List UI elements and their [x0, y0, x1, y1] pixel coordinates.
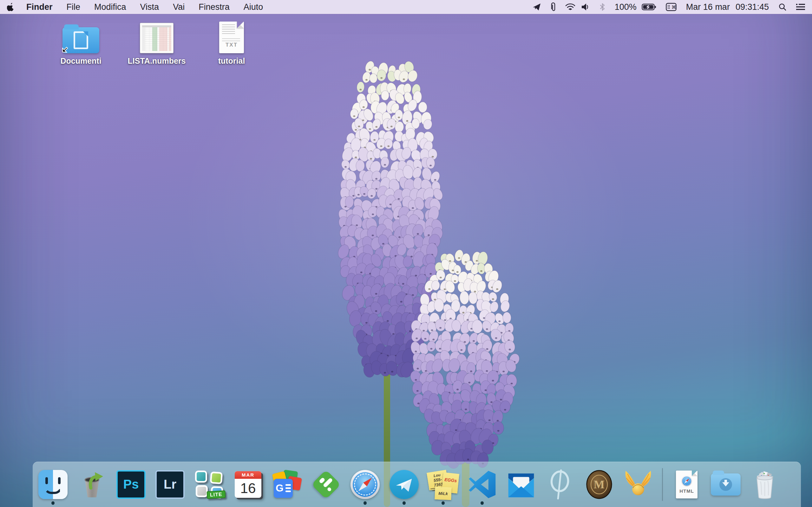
desktop-icon-label: LISTA.numbers — [128, 56, 186, 66]
menu-item-modifica[interactable]: Modifica — [94, 2, 126, 12]
apple-menu-icon[interactable] — [7, 3, 14, 11]
dock-item-phi-app[interactable] — [545, 462, 575, 507]
dock-item-uninstaller[interactable] — [77, 462, 107, 507]
golden-snitch-icon — [623, 469, 653, 499]
battery-percent: 100% — [615, 2, 637, 12]
menu-item-finestra[interactable]: Finestra — [199, 2, 230, 12]
dock-separator — [662, 468, 663, 501]
svg-text:⌘: ⌘ — [671, 4, 676, 10]
telegram-icon — [390, 470, 419, 499]
bluetooth-icon[interactable] — [600, 3, 605, 11]
dock-item-lightroom[interactable]: Lr — [155, 462, 185, 507]
running-indicator — [363, 501, 367, 505]
dock-item-stickies[interactable]: Lou555-7361 EGGs MiLk — [428, 462, 458, 507]
txt-file-icon: TXT — [219, 21, 244, 53]
menu-item-vai[interactable]: Vai — [173, 2, 185, 12]
menu-item-aiuto[interactable]: Aiuto — [244, 2, 263, 12]
dock-item-downloads[interactable] — [711, 462, 741, 507]
calendar-month: MAR — [235, 471, 261, 479]
wifi-icon[interactable] — [565, 3, 571, 11]
finder-icon — [38, 470, 67, 499]
running-indicator — [403, 501, 406, 505]
numbers-spreadsheet-icon — [140, 23, 173, 53]
dock-item-telegram[interactable] — [389, 462, 419, 507]
lite-badge: LITE — [207, 490, 226, 499]
calendar-day: 16 — [235, 479, 261, 498]
dock-item-safari[interactable] — [350, 462, 380, 507]
running-indicator — [480, 501, 484, 505]
txt-badge: TXT — [219, 42, 244, 48]
dock-item-vscode[interactable] — [467, 462, 497, 507]
google-news-icon: G — [272, 470, 302, 499]
vscode-icon — [468, 470, 496, 499]
menu-item-vista[interactable]: Vista — [140, 2, 159, 12]
dock-item-mail[interactable] — [506, 462, 537, 507]
menu-item-file[interactable]: File — [67, 2, 81, 12]
dock-item-google-news[interactable]: G — [272, 462, 302, 507]
dock-item-finder[interactable] — [38, 462, 68, 507]
calendar-icon: MAR 16 — [235, 471, 261, 498]
telegram-menu-icon[interactable] — [532, 3, 541, 11]
window-tiles-icon: LITE — [194, 470, 223, 499]
phi-monocle-icon — [548, 469, 573, 500]
photoshop-icon: Ps — [116, 470, 146, 499]
dock: Ps Lr LITE MAR 16 G — [33, 462, 801, 507]
menu-clock[interactable]: 09:31:45 — [735, 2, 769, 12]
running-indicator — [51, 501, 55, 505]
svg-text:M: M — [594, 478, 605, 491]
feedly-icon — [311, 469, 341, 499]
dock-item-photoshop[interactable]: Ps — [116, 462, 146, 507]
ministry-of-magic-seal-icon: M — [586, 469, 613, 499]
battery-icon[interactable] — [642, 3, 656, 11]
desktop-icon-tutorial[interactable]: TXT tutorial — [195, 21, 268, 66]
spotlight-search-icon[interactable] — [778, 3, 786, 11]
uninstaller-bin-icon — [78, 470, 107, 499]
active-app-name[interactable]: Finder — [26, 2, 53, 12]
alias-arrow-badge — [61, 45, 69, 55]
safari-icon — [351, 470, 380, 499]
volume-icon[interactable] — [581, 3, 590, 11]
desktop-icon-documenti[interactable]: Documenti — [44, 21, 117, 66]
desktop-icon-lista-numbers[interactable]: LISTA.numbers — [120, 21, 193, 66]
input-source-icon[interactable]: ⌘ — [666, 3, 676, 11]
dock-item-ministry-seal[interactable]: M — [584, 462, 614, 507]
dock-item-trash[interactable] — [750, 462, 780, 507]
mail-icon — [507, 470, 536, 498]
dock-item-html-document[interactable]: HTML — [671, 462, 702, 507]
trash-full-icon — [751, 469, 779, 500]
dock-item-golden-snitch[interactable] — [623, 462, 653, 507]
running-indicator — [442, 501, 445, 505]
html-label: HTML — [679, 488, 694, 494]
downloads-folder-icon — [711, 473, 741, 496]
dock-item-window-tiles[interactable]: LITE — [194, 462, 224, 507]
html-document-icon: HTML — [676, 470, 698, 498]
notification-center-icon[interactable] — [796, 3, 805, 11]
safari-mini-icon — [681, 475, 692, 487]
menu-bar: Finder File Modifica Vista Vai Finestra … — [0, 0, 812, 14]
dock-item-calendar[interactable]: MAR 16 — [233, 462, 263, 507]
lightroom-icon: Lr — [155, 470, 185, 499]
stickies-icon: Lou555-7361 EGGs MiLk — [428, 469, 458, 500]
desktop-icon-label: tutorial — [218, 56, 245, 66]
desktop-icon-label: Documenti — [60, 56, 101, 66]
dock-item-feedly[interactable] — [311, 462, 341, 507]
folder-icon — [62, 27, 99, 53]
menu-date[interactable]: Mar 16 mar — [686, 2, 730, 12]
paperclip-icon[interactable] — [551, 2, 556, 12]
desktop-wallpaper — [0, 0, 812, 507]
